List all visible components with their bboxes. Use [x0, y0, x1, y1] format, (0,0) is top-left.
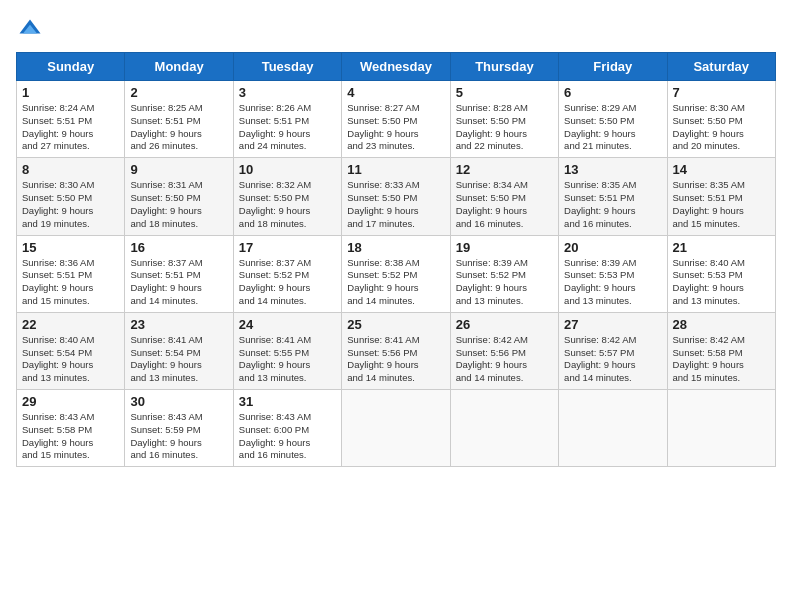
day-info: Sunrise: 8:30 AM Sunset: 5:50 PM Dayligh… — [22, 179, 119, 230]
day-number: 4 — [347, 85, 444, 100]
page-header — [16, 16, 776, 44]
day-info: Sunrise: 8:39 AM Sunset: 5:52 PM Dayligh… — [456, 257, 553, 308]
day-number: 9 — [130, 162, 227, 177]
day-info: Sunrise: 8:43 AM Sunset: 6:00 PM Dayligh… — [239, 411, 336, 462]
day-number: 19 — [456, 240, 553, 255]
calendar-cell: 30Sunrise: 8:43 AM Sunset: 5:59 PM Dayli… — [125, 390, 233, 467]
calendar-header-row: Sunday Monday Tuesday Wednesday Thursday… — [17, 53, 776, 81]
col-sunday: Sunday — [17, 53, 125, 81]
calendar-cell: 7Sunrise: 8:30 AM Sunset: 5:50 PM Daylig… — [667, 81, 775, 158]
day-info: Sunrise: 8:29 AM Sunset: 5:50 PM Dayligh… — [564, 102, 661, 153]
calendar-cell: 2Sunrise: 8:25 AM Sunset: 5:51 PM Daylig… — [125, 81, 233, 158]
calendar-cell: 10Sunrise: 8:32 AM Sunset: 5:50 PM Dayli… — [233, 158, 341, 235]
day-number: 22 — [22, 317, 119, 332]
day-info: Sunrise: 8:25 AM Sunset: 5:51 PM Dayligh… — [130, 102, 227, 153]
logo-icon — [16, 16, 44, 44]
day-info: Sunrise: 8:41 AM Sunset: 5:56 PM Dayligh… — [347, 334, 444, 385]
calendar-cell: 21Sunrise: 8:40 AM Sunset: 5:53 PM Dayli… — [667, 235, 775, 312]
calendar-cell: 6Sunrise: 8:29 AM Sunset: 5:50 PM Daylig… — [559, 81, 667, 158]
calendar-cell: 24Sunrise: 8:41 AM Sunset: 5:55 PM Dayli… — [233, 312, 341, 389]
col-monday: Monday — [125, 53, 233, 81]
day-number: 27 — [564, 317, 661, 332]
day-info: Sunrise: 8:40 AM Sunset: 5:53 PM Dayligh… — [673, 257, 770, 308]
col-saturday: Saturday — [667, 53, 775, 81]
calendar-week-3: 15Sunrise: 8:36 AM Sunset: 5:51 PM Dayli… — [17, 235, 776, 312]
day-info: Sunrise: 8:35 AM Sunset: 5:51 PM Dayligh… — [673, 179, 770, 230]
col-wednesday: Wednesday — [342, 53, 450, 81]
day-info: Sunrise: 8:39 AM Sunset: 5:53 PM Dayligh… — [564, 257, 661, 308]
day-info: Sunrise: 8:40 AM Sunset: 5:54 PM Dayligh… — [22, 334, 119, 385]
calendar-table: Sunday Monday Tuesday Wednesday Thursday… — [16, 52, 776, 467]
col-tuesday: Tuesday — [233, 53, 341, 81]
calendar-cell: 25Sunrise: 8:41 AM Sunset: 5:56 PM Dayli… — [342, 312, 450, 389]
day-info: Sunrise: 8:31 AM Sunset: 5:50 PM Dayligh… — [130, 179, 227, 230]
day-number: 13 — [564, 162, 661, 177]
day-info: Sunrise: 8:37 AM Sunset: 5:51 PM Dayligh… — [130, 257, 227, 308]
calendar-week-4: 22Sunrise: 8:40 AM Sunset: 5:54 PM Dayli… — [17, 312, 776, 389]
day-number: 15 — [22, 240, 119, 255]
day-number: 11 — [347, 162, 444, 177]
day-number: 17 — [239, 240, 336, 255]
day-number: 2 — [130, 85, 227, 100]
day-info: Sunrise: 8:43 AM Sunset: 5:58 PM Dayligh… — [22, 411, 119, 462]
day-info: Sunrise: 8:42 AM Sunset: 5:56 PM Dayligh… — [456, 334, 553, 385]
day-info: Sunrise: 8:33 AM Sunset: 5:50 PM Dayligh… — [347, 179, 444, 230]
day-number: 20 — [564, 240, 661, 255]
calendar-cell — [342, 390, 450, 467]
day-number: 30 — [130, 394, 227, 409]
calendar-cell: 29Sunrise: 8:43 AM Sunset: 5:58 PM Dayli… — [17, 390, 125, 467]
day-number: 5 — [456, 85, 553, 100]
day-number: 1 — [22, 85, 119, 100]
calendar-cell: 8Sunrise: 8:30 AM Sunset: 5:50 PM Daylig… — [17, 158, 125, 235]
calendar-cell: 23Sunrise: 8:41 AM Sunset: 5:54 PM Dayli… — [125, 312, 233, 389]
calendar-cell: 18Sunrise: 8:38 AM Sunset: 5:52 PM Dayli… — [342, 235, 450, 312]
col-thursday: Thursday — [450, 53, 558, 81]
day-info: Sunrise: 8:42 AM Sunset: 5:58 PM Dayligh… — [673, 334, 770, 385]
day-number: 28 — [673, 317, 770, 332]
day-number: 29 — [22, 394, 119, 409]
calendar-cell: 1Sunrise: 8:24 AM Sunset: 5:51 PM Daylig… — [17, 81, 125, 158]
day-info: Sunrise: 8:43 AM Sunset: 5:59 PM Dayligh… — [130, 411, 227, 462]
day-info: Sunrise: 8:35 AM Sunset: 5:51 PM Dayligh… — [564, 179, 661, 230]
calendar-week-5: 29Sunrise: 8:43 AM Sunset: 5:58 PM Dayli… — [17, 390, 776, 467]
day-info: Sunrise: 8:26 AM Sunset: 5:51 PM Dayligh… — [239, 102, 336, 153]
day-number: 8 — [22, 162, 119, 177]
day-number: 23 — [130, 317, 227, 332]
day-info: Sunrise: 8:41 AM Sunset: 5:54 PM Dayligh… — [130, 334, 227, 385]
calendar-cell: 20Sunrise: 8:39 AM Sunset: 5:53 PM Dayli… — [559, 235, 667, 312]
calendar-week-2: 8Sunrise: 8:30 AM Sunset: 5:50 PM Daylig… — [17, 158, 776, 235]
day-number: 21 — [673, 240, 770, 255]
day-info: Sunrise: 8:38 AM Sunset: 5:52 PM Dayligh… — [347, 257, 444, 308]
day-info: Sunrise: 8:41 AM Sunset: 5:55 PM Dayligh… — [239, 334, 336, 385]
calendar-cell: 27Sunrise: 8:42 AM Sunset: 5:57 PM Dayli… — [559, 312, 667, 389]
calendar-cell: 4Sunrise: 8:27 AM Sunset: 5:50 PM Daylig… — [342, 81, 450, 158]
calendar-cell: 28Sunrise: 8:42 AM Sunset: 5:58 PM Dayli… — [667, 312, 775, 389]
day-info: Sunrise: 8:30 AM Sunset: 5:50 PM Dayligh… — [673, 102, 770, 153]
calendar-cell: 11Sunrise: 8:33 AM Sunset: 5:50 PM Dayli… — [342, 158, 450, 235]
calendar-cell: 3Sunrise: 8:26 AM Sunset: 5:51 PM Daylig… — [233, 81, 341, 158]
day-number: 6 — [564, 85, 661, 100]
day-number: 18 — [347, 240, 444, 255]
day-info: Sunrise: 8:28 AM Sunset: 5:50 PM Dayligh… — [456, 102, 553, 153]
calendar-cell — [667, 390, 775, 467]
day-number: 10 — [239, 162, 336, 177]
day-number: 26 — [456, 317, 553, 332]
day-info: Sunrise: 8:37 AM Sunset: 5:52 PM Dayligh… — [239, 257, 336, 308]
day-number: 7 — [673, 85, 770, 100]
calendar-cell: 19Sunrise: 8:39 AM Sunset: 5:52 PM Dayli… — [450, 235, 558, 312]
calendar-cell: 31Sunrise: 8:43 AM Sunset: 6:00 PM Dayli… — [233, 390, 341, 467]
day-info: Sunrise: 8:24 AM Sunset: 5:51 PM Dayligh… — [22, 102, 119, 153]
day-info: Sunrise: 8:34 AM Sunset: 5:50 PM Dayligh… — [456, 179, 553, 230]
day-number: 16 — [130, 240, 227, 255]
calendar-cell — [450, 390, 558, 467]
calendar-cell: 12Sunrise: 8:34 AM Sunset: 5:50 PM Dayli… — [450, 158, 558, 235]
day-number: 12 — [456, 162, 553, 177]
day-info: Sunrise: 8:27 AM Sunset: 5:50 PM Dayligh… — [347, 102, 444, 153]
calendar-week-1: 1Sunrise: 8:24 AM Sunset: 5:51 PM Daylig… — [17, 81, 776, 158]
calendar-cell: 22Sunrise: 8:40 AM Sunset: 5:54 PM Dayli… — [17, 312, 125, 389]
calendar-cell: 16Sunrise: 8:37 AM Sunset: 5:51 PM Dayli… — [125, 235, 233, 312]
calendar-cell: 26Sunrise: 8:42 AM Sunset: 5:56 PM Dayli… — [450, 312, 558, 389]
calendar-cell: 9Sunrise: 8:31 AM Sunset: 5:50 PM Daylig… — [125, 158, 233, 235]
day-number: 24 — [239, 317, 336, 332]
day-info: Sunrise: 8:42 AM Sunset: 5:57 PM Dayligh… — [564, 334, 661, 385]
